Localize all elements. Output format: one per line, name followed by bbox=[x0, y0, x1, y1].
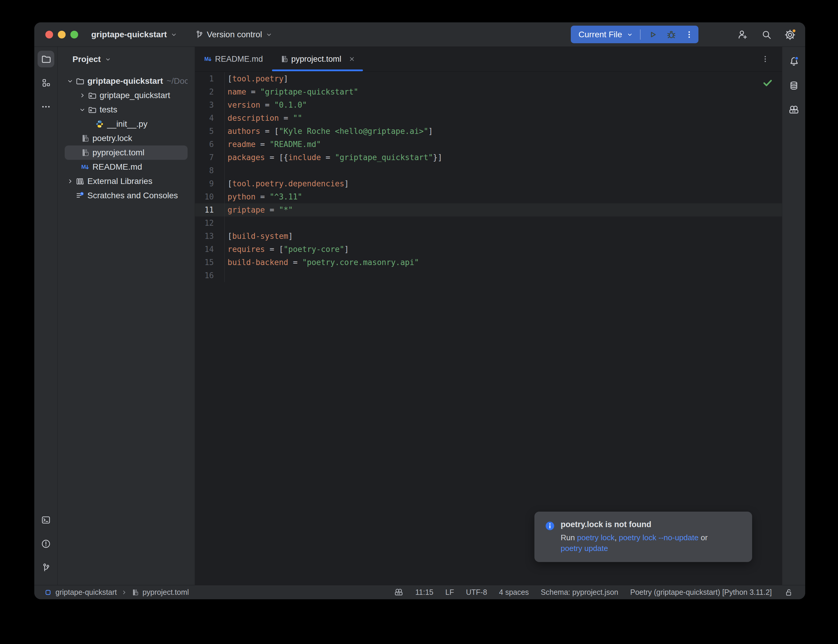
structure-tool-button[interactable] bbox=[38, 74, 54, 91]
breadcrumb-pyproject-toml[interactable]: pyproject.toml bbox=[143, 588, 189, 596]
line-number: 15 bbox=[195, 256, 225, 269]
git-branch-icon bbox=[41, 563, 51, 573]
notification-link-poetry-update[interactable]: poetry update bbox=[561, 544, 608, 553]
notification-link-poetry-lock[interactable]: poetry lock bbox=[577, 533, 615, 542]
code-text: authors = ["Kyle Roche <hello@griptape.a… bbox=[225, 127, 433, 136]
code-line-5[interactable]: 5authors = ["Kyle Roche <hello@griptape.… bbox=[195, 125, 782, 138]
toml-key: tool.poetry bbox=[232, 74, 284, 83]
tab-options-button[interactable] bbox=[761, 54, 770, 64]
status-item-lf[interactable]: LF bbox=[445, 588, 454, 596]
toml-key: requires bbox=[228, 245, 265, 254]
tree-item-readme-md[interactable]: MREADME.md bbox=[65, 160, 187, 174]
status-item-utf-8[interactable]: UTF-8 bbox=[466, 588, 487, 596]
code-line-4[interactable]: 4description = "" bbox=[195, 112, 782, 125]
debug-button[interactable] bbox=[665, 29, 677, 40]
vcs-widget[interactable]: Version control bbox=[194, 30, 273, 39]
status-item-schema-pyproject-json[interactable]: Schema: pyproject.json bbox=[541, 588, 618, 596]
ai-assistant-tool-button[interactable] bbox=[785, 102, 802, 118]
code-line-14[interactable]: 14requires = ["poetry-core"] bbox=[195, 243, 782, 256]
minimize-window-button[interactable] bbox=[58, 31, 66, 38]
lock-icon[interactable] bbox=[784, 588, 793, 597]
version-control-tool-button[interactable] bbox=[38, 559, 54, 576]
code-line-13[interactable]: 13[build-system] bbox=[195, 230, 782, 243]
python-icon bbox=[95, 120, 104, 128]
tree-item-griptape-quickstart[interactable]: griptape_quickstart bbox=[65, 88, 187, 103]
tree-item-init-py[interactable]: __init__.py bbox=[65, 117, 187, 131]
code-line-9[interactable]: 9[tool.poetry.dependencies] bbox=[195, 177, 782, 190]
line-number: 8 bbox=[195, 164, 225, 177]
code-line-12[interactable]: 12 bbox=[195, 217, 782, 230]
more-tool-windows-button[interactable] bbox=[38, 99, 54, 115]
code-line-11[interactable]: 11griptape = "*" bbox=[195, 203, 782, 217]
project-widget[interactable]: griptape-quickstart bbox=[91, 30, 178, 39]
tree-item-tests[interactable]: tests bbox=[65, 103, 187, 117]
search-everywhere-button[interactable] bbox=[758, 26, 775, 43]
code-editor[interactable]: 1[tool.poetry]2name = "griptape-quicksta… bbox=[195, 72, 782, 585]
editor-tab-pyproject-toml[interactable]: [T]pyproject.toml bbox=[272, 47, 363, 71]
project-panel: Project griptape-quickstart~/Documegript… bbox=[58, 47, 195, 585]
status-item-poetry-griptape-quickstart-python-3-11-2[interactable]: Poetry (griptape-quickstart) [Python 3.1… bbox=[630, 588, 772, 596]
toml-key: griptape bbox=[228, 205, 265, 214]
code-line-6[interactable]: 6readme = "README.md" bbox=[195, 138, 782, 151]
project-panel-header[interactable]: Project bbox=[58, 47, 195, 72]
terminal-tool-button[interactable] bbox=[38, 512, 54, 528]
inspections-status-button[interactable] bbox=[762, 77, 774, 89]
add-user-button[interactable] bbox=[734, 26, 751, 43]
toml-punctuation: [ bbox=[228, 179, 232, 188]
status-item-4-spaces[interactable]: 4 spaces bbox=[499, 588, 529, 596]
tree-item-label: griptape_quickstart bbox=[100, 90, 170, 100]
toml-key: version bbox=[228, 100, 260, 109]
close-window-button[interactable] bbox=[45, 31, 53, 38]
code-line-2[interactable]: 2name = "griptape-quickstart" bbox=[195, 85, 782, 99]
tree-item-poetry-lock[interactable]: [T]poetry.lock bbox=[65, 131, 187, 146]
tree-item-external-libraries[interactable]: External Libraries bbox=[65, 174, 187, 189]
code-text: name = "griptape-quickstart" bbox=[225, 87, 358, 96]
right-tool-stripe bbox=[782, 47, 805, 585]
code-line-10[interactable]: 10python = "^3.11" bbox=[195, 190, 782, 203]
tree-item-scratches-and-consoles[interactable]: Scratches and Consoles bbox=[65, 189, 187, 203]
code-line-16[interactable]: 16 bbox=[195, 269, 782, 282]
run-button[interactable] bbox=[647, 29, 659, 40]
problems-tool-button[interactable] bbox=[38, 536, 54, 552]
code-line-7[interactable]: 7packages = [{include = "griptape_quicks… bbox=[195, 151, 782, 164]
chevron-down-icon bbox=[104, 56, 112, 63]
toml-punctuation: = bbox=[288, 258, 302, 267]
window-controls bbox=[45, 31, 78, 38]
code-text: packages = [{include = "griptape_quickst… bbox=[225, 153, 442, 162]
check-icon bbox=[762, 77, 774, 89]
status-item-11-15[interactable]: 11:15 bbox=[416, 588, 434, 596]
notifications-tool-button[interactable] bbox=[785, 53, 802, 69]
notification-link-poetry-lock-no-update[interactable]: poetry lock --no-update bbox=[619, 533, 698, 542]
code-text: build-backend = "poetry.core.masonry.api… bbox=[225, 258, 419, 267]
tree-item-pyproject-toml[interactable]: [T]pyproject.toml bbox=[65, 146, 187, 160]
library-icon bbox=[76, 177, 84, 186]
markdown-icon: M bbox=[204, 55, 212, 63]
code-line-3[interactable]: 3version = "0.1.0" bbox=[195, 99, 782, 112]
tree-item-griptape-quickstart[interactable]: griptape-quickstart~/Docume bbox=[65, 74, 187, 88]
info-icon bbox=[545, 521, 555, 554]
ai-assistant-icon bbox=[788, 104, 800, 116]
code-line-8[interactable]: 8 bbox=[195, 164, 782, 177]
chevron-down-icon bbox=[265, 31, 273, 38]
ai-assistant-status-icon[interactable] bbox=[394, 588, 404, 597]
line-number: 13 bbox=[195, 230, 225, 243]
more-run-options-button[interactable] bbox=[684, 30, 694, 39]
zoom-window-button[interactable] bbox=[71, 31, 78, 38]
gear-icon bbox=[784, 28, 797, 41]
project-tool-button[interactable] bbox=[38, 51, 54, 67]
settings-button[interactable] bbox=[782, 26, 799, 43]
breadcrumb-griptape-quickstart[interactable]: griptape-quickstart bbox=[56, 588, 117, 596]
project-tree: griptape-quickstart~/Documegriptape_quic… bbox=[58, 72, 195, 203]
folder-src-icon bbox=[88, 105, 97, 114]
code-line-1[interactable]: 1[tool.poetry] bbox=[195, 72, 782, 85]
database-tool-button[interactable] bbox=[785, 77, 802, 94]
tab-label: README.md bbox=[215, 54, 263, 64]
code-text: python = "^3.11" bbox=[225, 192, 302, 201]
markdown-icon: M bbox=[81, 163, 89, 171]
editor-tab-readme-md[interactable]: MREADME.md bbox=[196, 47, 272, 71]
code-line-15[interactable]: 15build-backend = "poetry.core.masonry.a… bbox=[195, 256, 782, 269]
run-config-selector[interactable]: Current File bbox=[578, 30, 622, 39]
close-tab-button[interactable] bbox=[348, 55, 356, 63]
line-number: 5 bbox=[195, 125, 225, 138]
notification-text: Run bbox=[561, 533, 577, 542]
